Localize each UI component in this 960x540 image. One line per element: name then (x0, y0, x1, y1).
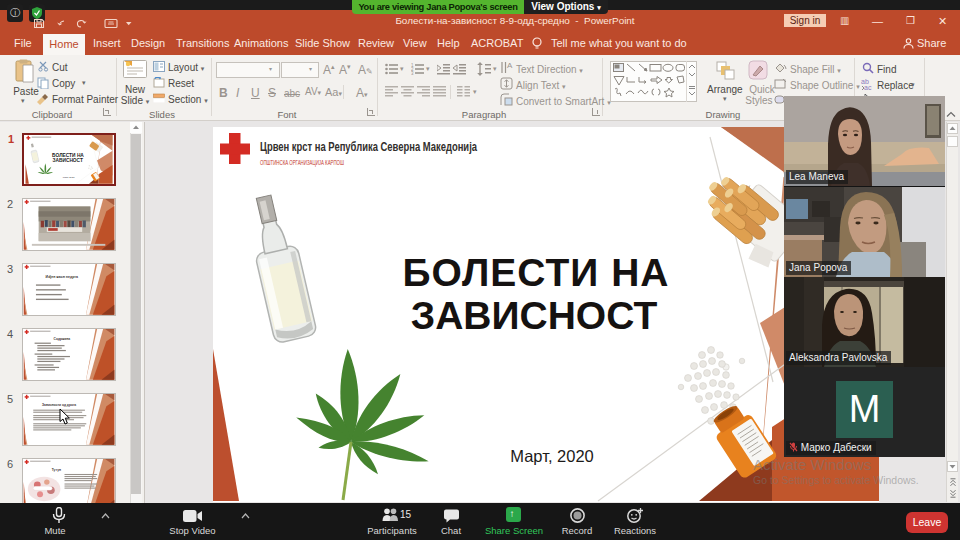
svg-text:Иdjeн жасн педрта: Иdjeн жасн педрта (46, 275, 78, 279)
svg-text:Тутун: Тутун (52, 468, 61, 472)
svg-text:Зависности од дрога: Зависности од дрога (42, 403, 76, 407)
svg-text:Март, 2020: Март, 2020 (63, 176, 76, 179)
svg-text:Март, 2020: Март, 2020 (510, 447, 594, 465)
svg-text:БОЛЕСТИ НА: БОЛЕСТИ НА (403, 251, 670, 294)
svg-text:Содржина: Содржина (54, 337, 71, 341)
svg-text:3: 3 (411, 71, 414, 75)
svg-text:БОЛЕСТИ НА: БОЛЕСТИ НА (52, 153, 84, 158)
svg-text:ac: ac (864, 84, 872, 91)
svg-text:A: A (507, 61, 513, 70)
svg-text:ОПШТИНСКА ОРГАНИЗАЦИЈА КАРПОШ: ОПШТИНСКА ОРГАНИЗАЦИЈА КАРПОШ (260, 159, 344, 167)
svg-text:ЗАВИСНОСТ: ЗАВИСНОСТ (52, 158, 83, 163)
svg-text:Црвен крст на Република Северн: Црвен крст на Република Северна Македони… (260, 139, 477, 154)
svg-text:ЗАВИСНОСТ: ЗАВИСНОСТ (411, 294, 658, 337)
